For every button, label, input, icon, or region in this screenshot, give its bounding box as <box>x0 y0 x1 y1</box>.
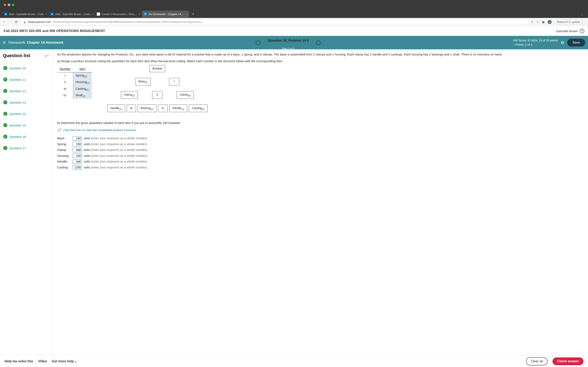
browser-tab-active[interactable]: PDo Homework - Chapter 14 Ho× <box>142 11 189 17</box>
tree-node: Bracket <box>149 65 165 72</box>
question-list-item[interactable]: ✓Question 15 <box>0 119 53 131</box>
browser-tab[interactable]: oMail - Gabrielle Brown - Outlo× <box>2 11 49 17</box>
panel-icon[interactable]: ▣ <box>542 20 545 24</box>
bottom-toolbar: Help me solve this Video Get more help▲ … <box>0 355 588 367</box>
part-a-prompt: a) Design a product structure noting the… <box>57 59 584 64</box>
answer-label: Base: <box>57 136 71 141</box>
lookup-table: NumberItem ISpring(1) IIHousing(1) IIICa… <box>57 66 92 99</box>
browser-toolbar: ← → ⟳ 🔒 mylab.pearson.com/Student/Player… <box>0 18 588 26</box>
view-structure-link[interactable]: 📈 Click the icon to view the completed p… <box>57 127 584 133</box>
answer-grid: Base: units (enter your response as a wh… <box>57 136 584 170</box>
question-list-item[interactable]: ✓Question 10 <box>0 62 53 74</box>
answer-hint: units (enter your response as a whole nu… <box>84 142 584 147</box>
question-list-item[interactable]: ✓Question 16 <box>0 131 53 142</box>
browser-tab-strip: oMail - Gabrielle Brown - Outlo× oMail -… <box>0 10 588 18</box>
question-list-item[interactable]: ✓Question 17 <box>0 142 53 154</box>
share-icon[interactable]: ⇪ <box>531 20 534 24</box>
prev-question-button[interactable]: ‹ <box>255 40 261 45</box>
question-list-item[interactable]: ✓Question 12 <box>0 85 53 97</box>
answer-hint: units (enter your response as a whole nu… <box>84 136 584 141</box>
menu-icon[interactable]: ≡ <box>3 40 6 45</box>
gear-icon[interactable]: ⚙ <box>561 40 564 45</box>
tree-node: Bearing(2) <box>138 105 156 112</box>
help-solve-button[interactable]: Help me solve this <box>4 359 33 363</box>
answer-label: Clamp: <box>57 148 71 152</box>
profile-avatar[interactable]: g <box>548 20 552 24</box>
new-tab-button[interactable]: + <box>189 12 197 17</box>
answer-hint: units (enter your response as a whole nu… <box>84 165 584 170</box>
window-close-icon[interactable] <box>4 4 6 6</box>
question-content: As the production planner for Xiangling … <box>53 49 588 355</box>
help-icon[interactable]: ? <box>580 29 584 33</box>
tree-node: Handle(1) <box>107 105 125 112</box>
course-title: Fall 2023 INFO 326-005 and 006 OPERATION… <box>4 29 105 33</box>
more-help-button[interactable]: Get more help▲ <box>52 359 77 363</box>
casting-input[interactable] <box>73 165 82 170</box>
check-icon: ✓ <box>3 89 7 93</box>
save-button[interactable]: Save <box>567 39 585 47</box>
check-icon: ✓ <box>3 123 7 127</box>
question-list-item[interactable]: ✓Question 14 <box>0 108 53 119</box>
tab-label: Do Homework - Chapter 14 Ho <box>149 13 184 16</box>
assignment-bar: ≡ Homework: Chapter 14 Homework ‹ Questi… <box>0 36 588 49</box>
answer-label: Spring: <box>57 142 71 147</box>
browser-tab[interactable]: oMail - Gabrielle Brown - Outlo× <box>49 11 95 17</box>
tree-node: II <box>152 91 162 99</box>
spring-input[interactable] <box>73 142 82 146</box>
question-intro: As the production planner for Xiangling … <box>57 52 584 57</box>
browser-tab[interactable]: Create A Reservation / Rooms× <box>95 11 142 17</box>
tree-node: III <box>127 105 136 112</box>
video-button[interactable]: Video <box>38 359 47 363</box>
check-icon: ✓ <box>3 66 7 70</box>
reload-button[interactable]: ⟳ <box>14 20 18 24</box>
answer-hint: units (enter your response as a whole nu… <box>84 159 584 164</box>
product-structure-tree: Bracket Base(1) I Clamp(2) II Clamp(4) H… <box>100 65 214 118</box>
part-b-prompt: b) Determine the gross quantities needed… <box>57 121 584 125</box>
close-icon[interactable]: × <box>139 13 140 16</box>
address-bar[interactable]: 🔒 mylab.pearson.com/Student/PlayerHomewo… <box>20 19 529 25</box>
check-icon: ✓ <box>3 100 7 104</box>
check-icon: ✓ <box>3 77 7 82</box>
check-answer-button[interactable]: Check answer <box>553 358 584 365</box>
tabs-overflow-icon[interactable]: ⌄ <box>579 12 586 16</box>
answer-label: Housing: <box>57 154 71 158</box>
tab-label: Mail - Gabrielle Brown - Outlo <box>9 13 44 16</box>
answer-hint: units (enter your response as a whole nu… <box>84 154 584 158</box>
window-min-icon[interactable] <box>8 4 10 6</box>
check-icon: ✓ <box>3 112 7 116</box>
chart-icon: 📈 <box>57 127 62 133</box>
url-host: mylab.pearson.com <box>28 20 51 24</box>
base-input[interactable] <box>73 136 82 141</box>
question-list-sidebar: Question list |← ✓Question 10 ✓Question … <box>0 49 53 355</box>
star-icon[interactable]: ☆ <box>536 20 539 24</box>
clamp-input[interactable] <box>73 148 82 152</box>
score-block: HW Score: 87.88%, 29 of 33 points Points… <box>513 38 558 47</box>
next-question-button[interactable]: › <box>316 40 321 45</box>
question-list-item[interactable]: ✓Question 13 <box>0 97 53 108</box>
tree-node: Clamp(2) <box>121 91 138 99</box>
answer-label: Casting: <box>57 165 71 170</box>
clear-all-button[interactable]: Clear all <box>526 357 548 365</box>
relaunch-button[interactable]: Relaunch to update⋮ <box>554 19 586 25</box>
back-button[interactable]: ← <box>2 20 6 24</box>
lock-icon: 🔒 <box>23 21 26 24</box>
course-header: Fall 2023 INFO 326-005 and 006 OPERATION… <box>0 26 588 36</box>
tree-node: Handle(1) <box>169 105 187 112</box>
close-icon[interactable]: × <box>92 13 94 16</box>
sidebar-title: Question list <box>3 53 30 58</box>
question-list-item[interactable]: ✓Question 11 <box>0 74 53 85</box>
window-max-icon[interactable] <box>12 4 14 6</box>
forward-button[interactable]: → <box>8 20 12 24</box>
housing-input[interactable] <box>73 154 82 158</box>
check-icon: ✓ <box>3 146 7 150</box>
close-icon[interactable]: × <box>45 13 47 16</box>
collapse-icon[interactable]: |← <box>45 54 50 58</box>
tree-node: IV <box>158 105 168 112</box>
tree-node: Clamp(4) <box>177 91 194 99</box>
handle-input[interactable] <box>73 159 82 164</box>
url-path: /Student/PlayerHomework.aspx?homeworkId=… <box>52 20 204 24</box>
close-icon[interactable]: × <box>186 13 188 16</box>
answer-label: Handle: <box>57 159 71 164</box>
tree-node: Casting(2) <box>189 105 208 112</box>
user-name[interactable]: Gabrielle Brown <box>556 29 578 33</box>
